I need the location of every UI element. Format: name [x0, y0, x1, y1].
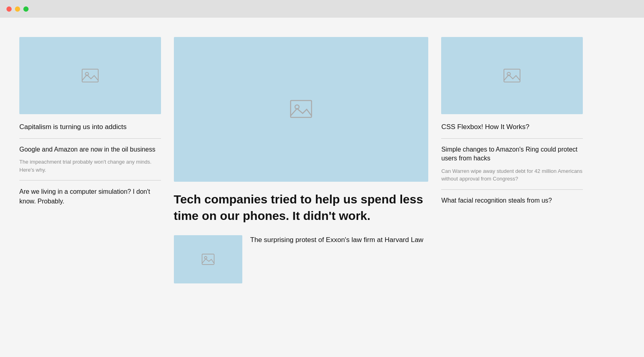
maximize-button[interactable]	[23, 6, 29, 12]
col3-article4-title[interactable]: What facial recognition steals from us?	[441, 196, 583, 205]
article-grid: Capitalism is turning us into addicts Go…	[19, 37, 583, 283]
svg-rect-0	[82, 69, 98, 82]
image-icon	[80, 66, 100, 85]
col1-article2-title[interactable]: Google and Amazon are now in the oil bus…	[19, 145, 161, 154]
col2-thumb-image	[174, 235, 242, 283]
svg-rect-6	[504, 69, 520, 82]
col2-sub-article: The surprising protest of Exxon's law fi…	[174, 235, 429, 283]
image-icon-large	[288, 96, 314, 122]
col1-article1-title[interactable]: Capitalism is turning us into addicts	[19, 122, 161, 132]
col3-article3-subtitle: Can Warren wipe away student debt for 42…	[441, 167, 583, 183]
divider-col3-2	[441, 189, 583, 190]
col2-subarticle-title[interactable]: The surprising protest of Exxon's law fi…	[250, 235, 423, 245]
col1-article2-subtitle: The impeachment trial probably won't cha…	[19, 158, 161, 174]
col2-hero-title[interactable]: Tech companies tried to help us spend le…	[174, 191, 429, 224]
divider-col3-1	[441, 138, 583, 139]
col1-article3-title[interactable]: Are we living in a computer simulation? …	[19, 187, 161, 206]
browser-content: Capitalism is turning us into addicts Go…	[0, 18, 644, 357]
image-icon-thumb	[201, 252, 215, 267]
col3-hero-image	[441, 37, 583, 114]
divider-1	[19, 138, 161, 139]
divider-2	[19, 180, 161, 181]
svg-rect-2	[291, 101, 312, 117]
column-2: Tech companies tried to help us spend le…	[174, 37, 429, 283]
col3-article2-title[interactable]: Simple changes to Amazon's Ring could pr…	[441, 145, 583, 163]
svg-rect-4	[202, 254, 214, 265]
col1-hero-image	[19, 37, 161, 114]
col3-article1-title[interactable]: CSS Flexbox! How It Works?	[441, 122, 583, 132]
image-icon-col3	[502, 66, 522, 85]
col2-hero-image	[174, 37, 429, 182]
column-1: Capitalism is turning us into addicts Go…	[19, 37, 161, 283]
minimize-button[interactable]	[15, 6, 20, 12]
close-button[interactable]	[6, 6, 12, 12]
title-bar	[0, 0, 644, 18]
column-3: CSS Flexbox! How It Works? Simple change…	[441, 37, 583, 283]
